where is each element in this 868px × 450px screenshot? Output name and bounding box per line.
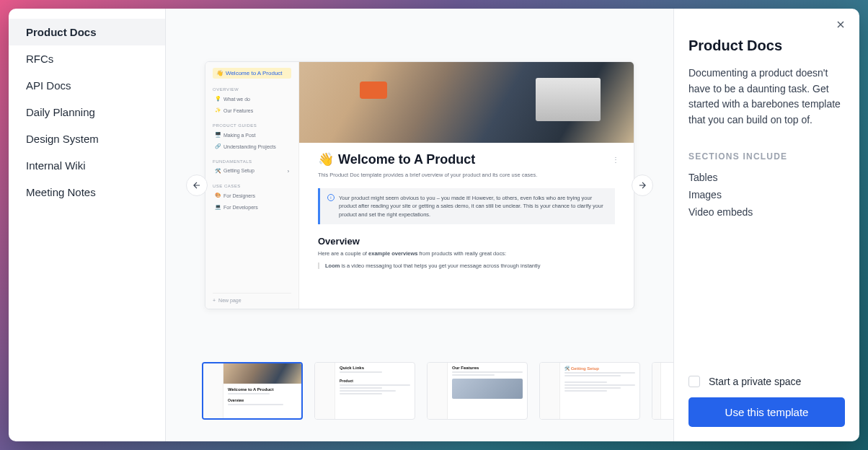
thumbnail-3[interactable]: Our Features <box>427 362 528 420</box>
preview-nav-current: 👋Welcome to A Product <box>213 68 291 79</box>
sidebar-item-product-docs[interactable]: Product Docs <box>9 19 165 45</box>
preview-nav-understanding: 🔗Understanding Projects <box>213 142 291 151</box>
preview-nav-our-features: ✨Our Features <box>213 106 291 115</box>
preview-subtitle: This Product Doc template provides a bri… <box>318 172 615 178</box>
sidebar-item-internal-wiki[interactable]: Internal Wiki <box>9 152 165 179</box>
template-modal: Product Docs RFCs API Docs Daily Plannin… <box>9 9 859 441</box>
preview-nav-what-we-do: 💡What we do <box>213 94 291 103</box>
sidebar-item-api-docs[interactable]: API Docs <box>9 72 165 99</box>
preview-hero-image <box>299 62 634 143</box>
preview-nav-new-page: +New page <box>213 293 291 303</box>
preview-overview-heading: Overview <box>318 236 615 247</box>
thumbnail-1[interactable]: Welcome to A Product Overview <box>202 362 303 420</box>
panel-title: Product Docs <box>688 38 845 54</box>
prev-button[interactable] <box>186 175 208 196</box>
next-button[interactable] <box>632 175 653 196</box>
sections-list: Tables Images Video embeds <box>688 169 845 221</box>
sections-header: SECTIONS INCLUDE <box>688 151 845 162</box>
private-space-label: Start a private space <box>709 376 801 387</box>
sidebar-item-meeting-notes[interactable]: Meeting Notes <box>9 179 165 206</box>
panel-description: Documenting a product doesn't have to be… <box>688 66 845 128</box>
more-icon: ⋮ <box>612 156 619 164</box>
close-button[interactable] <box>835 19 846 33</box>
details-panel: Product Docs Documenting a product doesn… <box>673 9 859 441</box>
preview-content: ⋮ 👋Welcome to A Product This Product Doc… <box>299 62 634 309</box>
use-template-button[interactable]: Use this template <box>688 397 845 427</box>
sidebar-item-design-system[interactable]: Design System <box>9 125 165 152</box>
thumbnail-5[interactable] <box>652 362 673 420</box>
section-images: Images <box>688 186 845 203</box>
sidebar-item-daily-planning[interactable]: Daily Planning <box>9 99 165 125</box>
preview-title: 👋Welcome to A Product <box>318 151 615 167</box>
close-icon <box>835 19 846 30</box>
preview-section-fundamentals: FUNDAMENTALS <box>213 159 291 164</box>
preview-section-guides: PRODUCT GUIDES <box>213 123 291 128</box>
preview-nav: 👋Welcome to A Product OVERVIEW 💡What we … <box>205 62 299 309</box>
preview-nav-designers: 🎨For Designers <box>213 191 291 200</box>
preview-callout: i Your product might seem obvious to you… <box>318 188 615 224</box>
thumbnail-strip: Welcome to A Product Overview Quick Link… <box>166 362 673 441</box>
preview-nav-getting-setup: 🛠️Getting Setup› <box>213 167 291 175</box>
thumbnail-4[interactable]: 🛠️ Getting Setup <box>539 362 640 420</box>
info-icon: i <box>327 194 335 201</box>
thumbnail-2[interactable]: Quick Links Product <box>314 362 415 420</box>
preview-area: 👋Welcome to A Product OVERVIEW 💡What we … <box>166 9 673 362</box>
preview-nav-developers: 💻For Developers <box>213 203 291 211</box>
preview-section-use-cases: USE CASES <box>213 184 291 188</box>
private-space-checkbox[interactable] <box>688 376 700 387</box>
arrow-right-icon <box>637 180 647 190</box>
preview-card: 👋Welcome to A Product OVERVIEW 💡What we … <box>205 61 634 309</box>
main-area: 👋Welcome to A Product OVERVIEW 💡What we … <box>166 9 673 441</box>
section-video-embeds: Video embeds <box>688 203 845 221</box>
section-tables: Tables <box>688 169 845 186</box>
template-sidebar: Product Docs RFCs API Docs Daily Plannin… <box>9 9 166 441</box>
preview-loom-text: Loom is a video messaging tool that help… <box>318 262 615 269</box>
preview-overview-text: Here are a couple of example overviews f… <box>318 250 615 257</box>
arrow-left-icon <box>192 180 202 190</box>
preview-section-overview: OVERVIEW <box>213 87 291 92</box>
preview-nav-making-post: 🖥️Making a Post <box>213 131 291 139</box>
sidebar-item-rfcs[interactable]: RFCs <box>9 45 165 72</box>
